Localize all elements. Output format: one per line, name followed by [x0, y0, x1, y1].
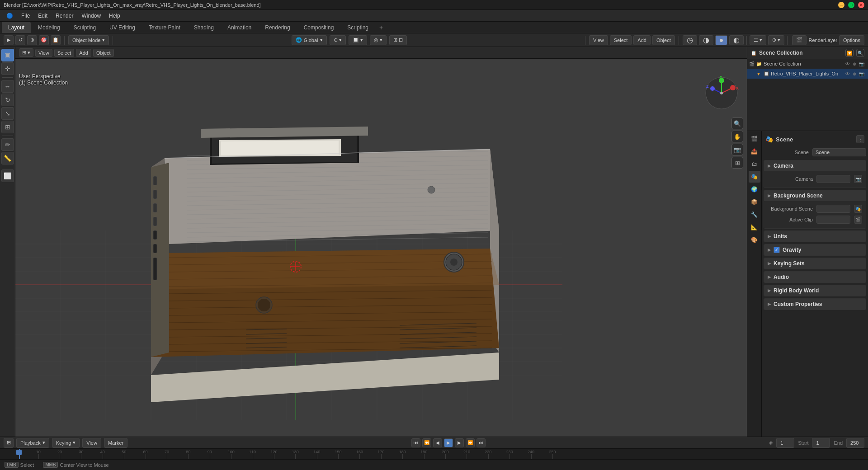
zoom-to-fit-btn[interactable]: 🔍	[731, 118, 743, 129]
render-icon[interactable]: 📷	[859, 61, 864, 66]
cursor-icon[interactable]: ⊕	[853, 61, 856, 66]
prop-tab-modifier[interactable]: 🔧	[749, 209, 760, 221]
gravity-checkbox[interactable]: ✓	[774, 247, 780, 253]
keying-menu[interactable]: Keying ▾	[52, 438, 80, 448]
scene-name-value[interactable]: Scene	[812, 148, 866, 156]
prop-tab-data[interactable]: 📐	[749, 221, 760, 233]
tool-select-box[interactable]: ▣	[1, 49, 14, 61]
start-frame-input[interactable]: 1	[812, 438, 830, 448]
camera-value[interactable]	[816, 175, 850, 183]
eye-icon[interactable]: 👁	[845, 61, 850, 66]
timeline-editor-type[interactable]: ⊞	[4, 438, 14, 448]
tab-sculpting[interactable]: Sculpting	[67, 22, 102, 33]
viewport-select-menu[interactable]: Select	[54, 49, 75, 57]
prev-keyframe-btn[interactable]: ⏪	[422, 438, 431, 447]
scene-prop-options-btn[interactable]: ⋮	[856, 135, 864, 143]
minimize-button[interactable]: ─	[838, 2, 844, 8]
eye-icon2[interactable]: 👁	[845, 71, 850, 76]
tool-measure[interactable]: 📏	[1, 152, 14, 164]
end-frame-input[interactable]: 250	[846, 438, 864, 448]
tab-scripting[interactable]: Scripting	[341, 22, 375, 33]
tool-cursor[interactable]: ✛	[1, 62, 14, 75]
viewport-object-menu[interactable]: Object	[93, 49, 114, 57]
step-forward-btn[interactable]: ▶	[455, 438, 464, 447]
transform-extra[interactable]: ⊞ ⊟	[389, 35, 407, 45]
jump-to-start-btn[interactable]: ⏮	[411, 438, 420, 447]
tool-transform[interactable]: ⊞	[1, 121, 14, 133]
tool-add-cube[interactable]: ⬜	[1, 169, 14, 182]
outliner-filter-btn[interactable]: 🔽	[845, 49, 854, 57]
menu-window[interactable]: Window	[78, 12, 104, 20]
marker-menu[interactable]: Marker	[104, 438, 127, 448]
timeline-view-menu[interactable]: View	[82, 438, 101, 448]
menu-help[interactable]: Help	[105, 12, 124, 20]
tab-shading[interactable]: Shading	[188, 22, 220, 33]
viewport-shading-3[interactable]: ●	[715, 35, 728, 45]
tab-rendering[interactable]: Rendering	[259, 22, 296, 33]
add-workspace-button[interactable]: +	[376, 22, 387, 33]
viewport-shading-2[interactable]: ◑	[699, 35, 713, 45]
play-btn[interactable]: ▶	[444, 438, 453, 447]
timeline-body[interactable]: 1102030405060708090100110120130140150160…	[0, 449, 868, 459]
camera-section-header[interactable]: ▶ Camera	[764, 160, 866, 171]
render-icon2[interactable]: 📷	[859, 71, 864, 76]
menu-edit[interactable]: Edit	[34, 12, 51, 20]
tab-modeling[interactable]: Modeling	[32, 22, 66, 33]
bg-scene-value[interactable]	[816, 205, 850, 213]
prop-tab-world[interactable]: 🌍	[749, 183, 760, 195]
camera-view-btn[interactable]: 📷	[731, 144, 743, 155]
toolbar-icon-btn3[interactable]: ⊕	[27, 35, 37, 45]
tab-texture-paint[interactable]: Texture Paint	[142, 22, 187, 33]
tool-rotate[interactable]: ↻	[1, 94, 14, 106]
tab-layout[interactable]: Layout	[2, 22, 31, 33]
hand-tool-btn[interactable]: ✋	[731, 131, 743, 142]
snap-toggle[interactable]: 🔲 ▾	[349, 35, 367, 45]
jump-to-end-btn[interactable]: ⏭	[476, 438, 486, 447]
next-keyframe-btn[interactable]: ⏩	[466, 438, 475, 447]
audio-section-header[interactable]: ▶ Audio	[764, 272, 866, 282]
active-clip-value[interactable]	[816, 216, 850, 224]
quad-view-btn[interactable]: ⊞	[731, 157, 743, 169]
tab-animation[interactable]: Animation	[221, 22, 258, 33]
tool-move[interactable]: ↔	[1, 80, 14, 93]
outliner-search-btn[interactable]: 🔍	[856, 49, 864, 57]
tab-uv-editing[interactable]: UV Editing	[103, 22, 142, 33]
prop-tab-view-layer[interactable]: 🗂	[749, 158, 760, 170]
menu-render[interactable]: Render	[52, 12, 77, 20]
menu-blender[interactable]: 🔵	[3, 12, 17, 20]
close-button[interactable]: ✕	[858, 2, 864, 8]
viewport[interactable]: ⊞ ▾ View Select Add Object	[15, 47, 747, 437]
step-back-btn[interactable]: ◀	[433, 438, 442, 447]
object-mode-dropdown[interactable]: Object Mode ▾	[68, 35, 109, 45]
viewport-shading-4[interactable]: ◐	[729, 35, 744, 45]
pivot-dropdown[interactable]: ⊙ ▾	[330, 35, 346, 45]
navigation-gizmo[interactable]: X Y Z	[703, 75, 740, 111]
timeline-frame-thumb[interactable]	[16, 450, 22, 455]
keying-sets-header[interactable]: ▶ Keying Sets	[764, 258, 866, 269]
toolbar-icon-btn2[interactable]: ↺	[15, 35, 25, 45]
prop-tab-object[interactable]: 📦	[749, 196, 760, 208]
prop-tab-scene[interactable]: 🎭	[749, 171, 760, 183]
outliner-item-scene[interactable]: 🎬 📁 Scene Collection 👁 ⊕ 📷	[747, 59, 868, 69]
custom-properties-header[interactable]: ▶ Custom Properties	[764, 299, 866, 310]
overlays-btn[interactable]: ☰ ▾	[750, 35, 766, 45]
playback-menu[interactable]: Playback ▾	[16, 438, 49, 448]
viewport-canvas[interactable]: User Perspective (1) Scene Collection X …	[15, 59, 747, 437]
gravity-section-header[interactable]: ▶ ✓ Gravity	[764, 244, 866, 255]
units-section-header[interactable]: ▶ Units	[764, 231, 866, 242]
bg-scene-pick-btn[interactable]: 🎭	[854, 205, 862, 213]
global-dropdown[interactable]: 🌐 Global ▾	[292, 35, 327, 45]
select-menu[interactable]: Select	[610, 35, 632, 45]
outliner-item-vhs[interactable]: ▼ 🔲 Retro_VHS_Player_Lights_On 👁 ⊕ 📷	[747, 69, 868, 79]
tool-scale[interactable]: ⤡	[1, 107, 14, 120]
view-menu[interactable]: View	[589, 35, 608, 45]
menu-file[interactable]: File	[18, 12, 33, 20]
cursor-icon2[interactable]: ⊕	[853, 71, 856, 76]
render-engine-icon[interactable]: 🎬	[792, 35, 807, 45]
toolbar-icon-btn[interactable]: ▶	[4, 35, 14, 45]
tool-annotate[interactable]: ✏	[1, 138, 14, 151]
tab-compositing[interactable]: Compositing	[297, 22, 340, 33]
toolbar-icon-btn4[interactable]: 🎯	[39, 35, 49, 45]
maximize-button[interactable]: □	[848, 2, 854, 8]
proportional-edit[interactable]: ◎ ▾	[370, 35, 387, 45]
